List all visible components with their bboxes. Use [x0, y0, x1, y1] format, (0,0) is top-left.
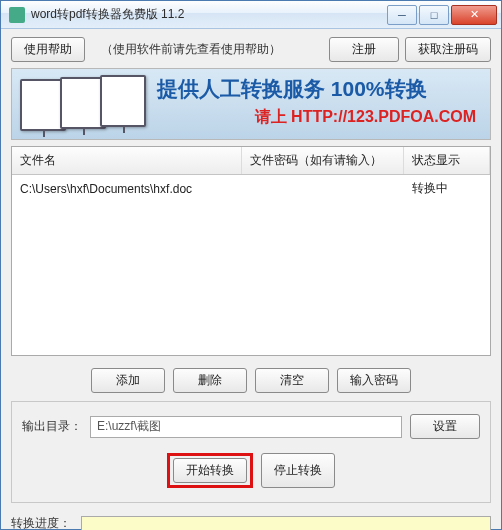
top-toolbar: 使用帮助 （使用软件前请先查看使用帮助） 注册 获取注册码 [11, 37, 491, 62]
start-button[interactable]: 开始转换 [173, 458, 247, 483]
start-highlight: 开始转换 [167, 453, 253, 488]
progress-bar [81, 516, 491, 531]
banner-subtitle: 请上 HTTP://123.PDFOA.COM [157, 107, 482, 128]
maximize-button[interactable]: □ [419, 5, 449, 25]
cell-status: 转换中 [404, 175, 490, 203]
client-area: 使用帮助 （使用软件前请先查看使用帮助） 注册 获取注册码 提供人工转换服务 1… [1, 29, 501, 529]
output-label: 输出目录： [22, 418, 82, 435]
input-password-button[interactable]: 输入密码 [337, 368, 411, 393]
get-code-button[interactable]: 获取注册码 [405, 37, 491, 62]
col-header-status[interactable]: 状态显示 [404, 147, 490, 175]
output-path-input[interactable] [90, 416, 402, 438]
minimize-button[interactable]: ─ [387, 5, 417, 25]
settings-button[interactable]: 设置 [410, 414, 480, 439]
whiteboard-icon [100, 75, 146, 127]
window-controls: ─ □ ✕ [387, 5, 497, 25]
output-group: 输出目录： 设置 开始转换 停止转换 [11, 401, 491, 503]
app-icon [9, 7, 25, 23]
file-table-container: 文件名 文件密码（如有请输入） 状态显示 C:\Users\hxf\Docume… [11, 146, 491, 356]
file-table: 文件名 文件密码（如有请输入） 状态显示 C:\Users\hxf\Docume… [12, 147, 490, 202]
delete-button[interactable]: 删除 [173, 368, 247, 393]
banner-text: 提供人工转换服务 100%转换 请上 HTTP://123.PDFOA.COM [157, 69, 490, 139]
stop-button[interactable]: 停止转换 [261, 453, 335, 488]
banner-title: 提供人工转换服务 100%转换 [157, 75, 482, 103]
close-button[interactable]: ✕ [451, 5, 497, 25]
progress-row: 转换进度： [11, 515, 491, 530]
register-button[interactable]: 注册 [329, 37, 399, 62]
banner-url[interactable]: HTTP://123.PDFOA.COM [291, 108, 476, 125]
col-header-password[interactable]: 文件密码（如有请输入） [241, 147, 403, 175]
clear-button[interactable]: 清空 [255, 368, 329, 393]
titlebar[interactable]: word转pdf转换器免费版 11.2 ─ □ ✕ [1, 1, 501, 29]
table-row[interactable]: C:\Users\hxf\Documents\hxf.doc 转换中 [12, 175, 490, 203]
banner-graphic [12, 69, 157, 139]
add-button[interactable]: 添加 [91, 368, 165, 393]
output-row: 输出目录： 设置 [22, 414, 480, 439]
app-window: word转pdf转换器免费版 11.2 ─ □ ✕ 使用帮助 （使用软件前请先查… [0, 0, 502, 530]
cell-password [241, 175, 403, 203]
help-button[interactable]: 使用帮助 [11, 37, 85, 62]
file-actions: 添加 删除 清空 输入密码 [11, 368, 491, 393]
promo-banner: 提供人工转换服务 100%转换 请上 HTTP://123.PDFOA.COM [11, 68, 491, 140]
banner-sub-prefix: 请上 [255, 108, 291, 125]
usage-hint: （使用软件前请先查看使用帮助） [91, 41, 323, 58]
col-header-file[interactable]: 文件名 [12, 147, 241, 175]
window-title: word转pdf转换器免费版 11.2 [31, 6, 387, 23]
convert-actions: 开始转换 停止转换 [22, 453, 480, 488]
progress-label: 转换进度： [11, 515, 71, 530]
cell-file: C:\Users\hxf\Documents\hxf.doc [12, 175, 241, 203]
